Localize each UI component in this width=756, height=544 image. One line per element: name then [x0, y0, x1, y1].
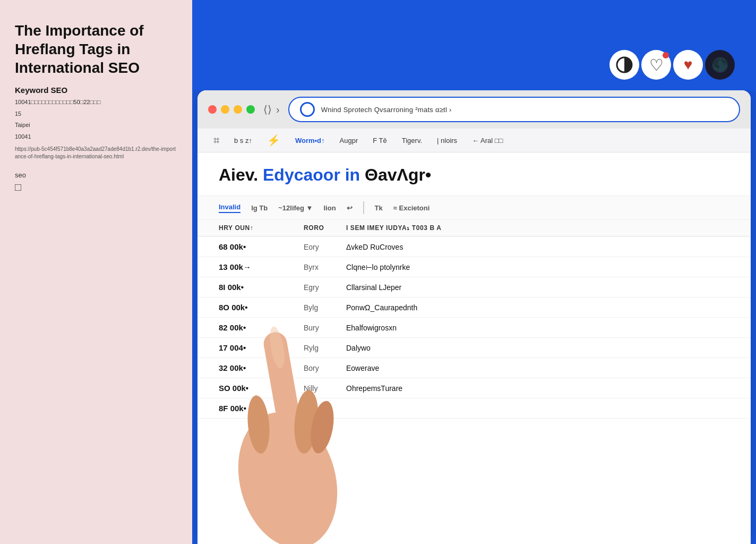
- notification-dot: [663, 52, 669, 58]
- top-bar: ♡ ♥ 🌑: [192, 0, 756, 90]
- sidebar: The Importance of Hreflang Tags in Inter…: [0, 0, 192, 544]
- top-icon-1[interactable]: [609, 50, 639, 80]
- toolbar-item-worm[interactable]: Worm•d↑: [295, 137, 325, 144]
- cell-volume: 82 00k•: [219, 323, 304, 332]
- title-part2: Edycaoor in: [263, 165, 360, 184]
- browser-toolbar: ⌗ b s z↑ ⚡ Worm•d↑ Augpr F Tē Tigerv. | …: [197, 129, 751, 152]
- meta-line-2: 15: [15, 109, 177, 119]
- table-row[interactable]: 82 00k• Bury Ehalfowigrosxn: [197, 318, 751, 338]
- cell-volume: 68 00k•: [219, 242, 304, 251]
- title-part1: Aiev.: [219, 165, 263, 184]
- tab-excietoni[interactable]: ≈ Excietoni: [393, 204, 430, 212]
- tab-arrow[interactable]: ↩: [347, 204, 353, 212]
- back-button[interactable]: ⟨⟩: [263, 103, 272, 116]
- cell-volume: 32 00k•: [219, 363, 304, 372]
- browser-chrome: ⟨⟩ › Wnind Sprotech Qvsarroning ²mats α≥…: [197, 90, 751, 129]
- table-row[interactable]: 8F 00k•: [197, 398, 751, 419]
- top-icon-3[interactable]: ♥: [673, 50, 703, 80]
- close-button[interactable]: [208, 105, 217, 114]
- meta-line-3: Taipei: [15, 121, 177, 130]
- traffic-lights: [208, 105, 255, 114]
- keyword-label: Keyword SEO: [15, 86, 177, 95]
- top-icons-group: ♡ ♥ 🌑: [609, 50, 735, 80]
- dark-circle-icon: 🌑: [711, 57, 728, 73]
- top-icon-2[interactable]: ♡: [641, 50, 671, 80]
- heart-filled-icon: ♥: [684, 56, 693, 73]
- col-header-1: Hry oun↑: [219, 224, 304, 232]
- top-icon-4[interactable]: 🌑: [705, 50, 735, 80]
- cell-col2: Byrx: [304, 263, 346, 271]
- cell-keyword: Dalywo: [346, 344, 729, 352]
- cell-keyword: Clqne⊢lo ptolynrke: [346, 263, 729, 271]
- cell-col2: Egry: [304, 283, 346, 292]
- divider: [363, 201, 364, 214]
- meta-line-4: 10041: [15, 132, 177, 142]
- cell-col2: Eory: [304, 243, 346, 251]
- cell-volume: 8I 00k•: [219, 283, 304, 292]
- table-row[interactable]: 8I 00k• Egry Cllarsinal LJeper: [197, 277, 751, 298]
- article-url: https://pub-5c454f571b8e40a3a2aad27ade84…: [15, 146, 177, 160]
- tab-12lifeg[interactable]: ~12lifeg ▼: [278, 204, 313, 212]
- cell-col2: Bylg: [304, 303, 346, 312]
- tag-label: seo: [15, 171, 177, 179]
- toolbar-item-0[interactable]: b s z↑: [234, 137, 252, 144]
- tab-lion[interactable]: lion: [324, 204, 336, 212]
- tab-tk[interactable]: Tk: [375, 204, 383, 212]
- toolbar-item-aral[interactable]: ← Αral □□: [472, 137, 503, 144]
- table-tabs: Invalid lg Tb ~12lifeg ▼ lion ↩ Tk ≈ Exc…: [197, 196, 751, 220]
- tag-icon: □: [15, 181, 177, 193]
- table-row[interactable]: 17 004• Rylg Dalywo: [197, 338, 751, 358]
- col-header-2: Roro: [304, 224, 346, 232]
- meta-line-1: 10041□□□□□□□□□□□□50□22□□□: [15, 98, 177, 107]
- cell-col2: Bury: [304, 324, 346, 332]
- cell-volume: SO 00k•: [219, 384, 304, 393]
- column-headers: Hry oun↑ Roro I sem IMey iudya₁ T003 b a: [197, 220, 751, 237]
- cell-col2: Nilly: [304, 384, 346, 393]
- data-rows: 68 00k• Eory ΔvkeD RuCroves 13 00k→ Byrx…: [197, 237, 751, 419]
- browser-nav: ⟨⟩ ›: [263, 103, 280, 116]
- browser-window: ⟨⟩ › Wnind Sprotech Qvsarroning ²mats α≥…: [197, 90, 751, 544]
- page-header: Aiev. Edycaoor in ΘavΛgr•: [197, 152, 751, 196]
- toolbar-item-augpr[interactable]: Augpr: [340, 137, 358, 144]
- toolbar-item-tigerv[interactable]: Tigerv.: [402, 137, 422, 144]
- address-bar[interactable]: Wnind Sprotech Qvsarroning ²mats α≥tl ›: [288, 97, 740, 122]
- table-row[interactable]: 68 00k• Eory ΔvkeD RuCroves: [197, 237, 751, 257]
- address-circle-icon: [300, 102, 315, 117]
- cell-keyword: Ehalfowigrosxn: [346, 324, 729, 332]
- yellow-light[interactable]: [234, 105, 242, 114]
- cell-volume: 17 004•: [219, 343, 304, 352]
- main-area: ♡ ♥ 🌑 ⟨⟩ ›: [192, 0, 756, 544]
- cell-keyword: PonwΩ_Caurapednth: [346, 303, 729, 312]
- toolbar-item-fte[interactable]: F Tē: [373, 137, 387, 144]
- page-article-title: The Importance of Hreflang Tags in Inter…: [15, 21, 177, 77]
- tab-invalid[interactable]: Invalid: [219, 203, 240, 213]
- minimize-button[interactable]: [221, 105, 229, 114]
- cell-keyword: OhrepemsTurare: [346, 384, 729, 393]
- cell-keyword: Eowerave: [346, 364, 729, 372]
- forward-button[interactable]: ›: [276, 103, 280, 116]
- maximize-button[interactable]: [246, 105, 255, 114]
- table-row[interactable]: 32 00k• Bory Eowerave: [197, 358, 751, 378]
- table-row[interactable]: 13 00k→ Byrx Clqne⊢lo ptolynrke: [197, 257, 751, 277]
- page-content-title: Aiev. Edycaoor in ΘavΛgr•: [219, 165, 729, 185]
- toolbar-icon-1: ⚡: [267, 134, 280, 147]
- cell-keyword: Cllarsinal LJeper: [346, 283, 729, 292]
- toolbar-icon-0: ⌗: [213, 134, 219, 147]
- toolbar-item-nloirs[interactable]: | nloirs: [437, 137, 457, 144]
- title-part3: ΘavΛgr•: [360, 165, 431, 184]
- table-row[interactable]: 8O 00k• Bylg PonwΩ_Caurapednth: [197, 298, 751, 318]
- cell-col2: Rylg: [304, 344, 346, 352]
- tab-lg[interactable]: lg Tb: [251, 204, 268, 212]
- table-row[interactable]: SO 00k• Nilly OhrepemsTurare: [197, 378, 751, 398]
- cell-keyword: ΔvkeD RuCroves: [346, 243, 729, 251]
- heart-icon: ♡: [649, 56, 664, 74]
- browser-content: Aiev. Edycaoor in ΘavΛgr• Invalid lg Tb …: [197, 152, 751, 544]
- cell-volume: 8O 00k•: [219, 303, 304, 312]
- cell-volume: 13 00k→: [219, 262, 304, 271]
- cell-volume: 8F 00k•: [219, 404, 304, 413]
- circle-half-icon: [616, 56, 633, 73]
- address-text: Wnind Sprotech Qvsarroning ²mats α≥tl ›: [321, 106, 452, 114]
- col-header-3: I sem IMey iudya₁ T003 b a: [346, 224, 729, 232]
- cell-col2: Bory: [304, 364, 346, 372]
